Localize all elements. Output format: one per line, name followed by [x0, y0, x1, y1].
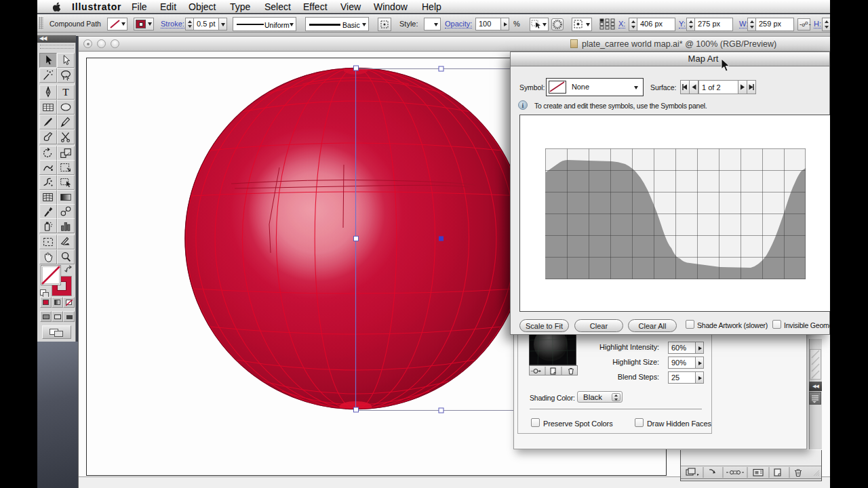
svg-text:T: T: [62, 86, 69, 98]
